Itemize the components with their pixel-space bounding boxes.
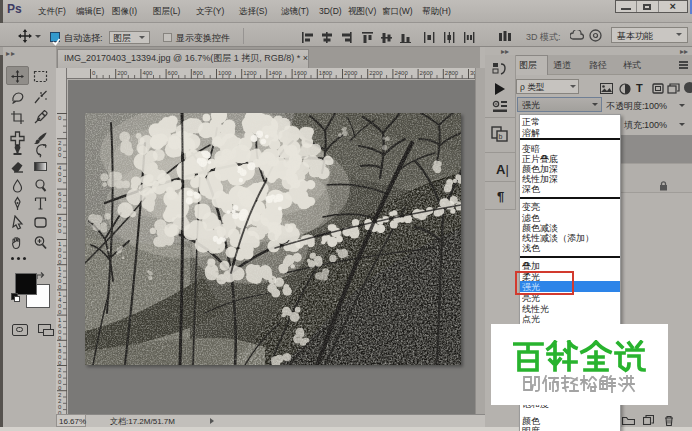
svg-text:2000: 2000 <box>344 70 358 76</box>
svg-text:0: 0 <box>58 177 62 183</box>
svg-text:0: 0 <box>58 203 62 209</box>
svg-text:1800: 1800 <box>319 70 333 76</box>
svg-text:0: 0 <box>58 309 62 315</box>
svg-text:0: 0 <box>58 259 62 265</box>
svg-text:0: 0 <box>58 385 62 391</box>
svg-text:0: 0 <box>92 70 96 76</box>
svg-text:1000: 1000 <box>218 70 232 76</box>
svg-text:600: 600 <box>168 70 179 76</box>
svg-text:1600: 1600 <box>294 70 308 76</box>
svg-text:0: 0 <box>58 360 62 366</box>
svg-text:800: 800 <box>193 70 204 76</box>
svg-text:0: 0 <box>58 152 62 158</box>
svg-text:2400: 2400 <box>394 70 408 76</box>
svg-text:2600: 2600 <box>420 70 434 76</box>
svg-text:0: 0 <box>58 228 62 234</box>
svg-text:400: 400 <box>142 70 153 76</box>
svg-text:1200: 1200 <box>243 70 257 76</box>
svg-text:0: 0 <box>58 335 62 341</box>
svg-text:0: 0 <box>58 284 62 290</box>
svg-text:2200: 2200 <box>369 70 383 76</box>
svg-text:2800: 2800 <box>445 70 459 76</box>
svg-text:0: 0 <box>58 115 62 121</box>
svg-text:1400: 1400 <box>268 70 282 76</box>
svg-text:b: b <box>499 133 503 140</box>
svg-text:200: 200 <box>117 70 128 76</box>
